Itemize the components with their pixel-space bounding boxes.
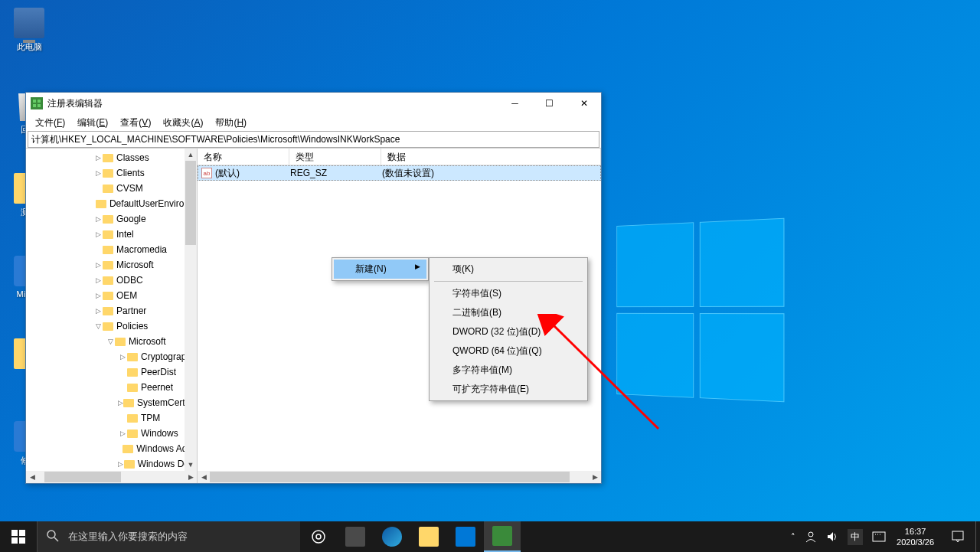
tree-item[interactable]: ▷ODBC: [26, 273, 197, 288]
minimize-button[interactable]: ─: [498, 93, 532, 114]
tree-item[interactable]: Macromedia: [26, 242, 197, 257]
tree-item[interactable]: ▷OEM: [26, 288, 197, 303]
expander-icon[interactable]: ▷: [118, 399, 123, 407]
tree-vertical-scrollbar[interactable]: ▲ ▼: [185, 149, 197, 471]
tree-item[interactable]: ▷Partner: [26, 303, 197, 318]
tray-clock[interactable]: 16:37 2020/3/26: [890, 526, 940, 547]
menu-item[interactable]: 收藏夹(A): [157, 115, 209, 131]
tree-item[interactable]: ▽Policies: [26, 318, 197, 334]
tray-chevron-up-icon[interactable]: ˄: [786, 521, 800, 552]
folder-icon: [127, 353, 138, 361]
taskbar-edge[interactable]: [374, 521, 410, 552]
expander-icon[interactable]: ▷: [118, 460, 124, 468]
search-box[interactable]: 在这里输入你要搜索的内容: [37, 521, 300, 552]
maximize-button[interactable]: ☐: [532, 93, 567, 114]
task-view-button[interactable]: [300, 521, 337, 552]
address-bar[interactable]: 计算机\HKEY_LOCAL_MACHINE\SOFTWARE\Policies…: [28, 131, 599, 148]
start-button[interactable]: [0, 521, 37, 552]
tree-horizontal-scrollbar[interactable]: ◀ ▶: [26, 471, 197, 483]
context-item-new[interactable]: 新建(N) ▶: [334, 260, 426, 279]
expander-icon[interactable]: ▷: [93, 307, 103, 315]
close-button[interactable]: ✕: [567, 93, 601, 114]
tree-item[interactable]: PeerDist: [26, 364, 197, 380]
context-item[interactable]: QWORD (64 位)值(Q): [431, 341, 586, 361]
tree-item[interactable]: ▷SystemCertifica: [26, 395, 197, 410]
tree-label: ODBC: [116, 275, 143, 286]
folder-icon: [127, 414, 138, 423]
svg-point-9: [808, 532, 813, 537]
tray-ime[interactable]: 中: [843, 521, 867, 552]
desktop-icon[interactable]: 此电脑: [6, 8, 52, 53]
tree-item[interactable]: ▽Microsoft: [26, 334, 197, 349]
tree-item[interactable]: ▷Cryptography: [26, 349, 197, 364]
expander-icon[interactable]: ▽: [93, 322, 103, 330]
svg-rect-3: [38, 104, 41, 107]
tray-keyboard-icon[interactable]: [867, 521, 890, 552]
expander-icon[interactable]: ▷: [93, 215, 103, 223]
expander-icon[interactable]: ▷: [93, 230, 103, 238]
folder-icon: [96, 200, 106, 208]
column-type[interactable]: 类型: [289, 149, 381, 165]
expander-icon[interactable]: ▷: [93, 276, 103, 284]
context-item[interactable]: 二进制值(B): [431, 303, 586, 322]
value-list[interactable]: ab(默认)REG_SZ(数值未设置): [198, 165, 601, 181]
tray-notifications-icon[interactable]: [940, 521, 975, 552]
context-item[interactable]: 多字符串值(M): [431, 361, 586, 380]
folder-icon: [124, 460, 135, 469]
tray-people-icon[interactable]: [800, 521, 822, 552]
menu-item[interactable]: 文件(F): [29, 115, 71, 131]
regedit-icon: [492, 526, 512, 546]
tree-item[interactable]: Peernet: [26, 380, 197, 395]
tree-pane: ▷Classes▷ClientsCVSMDefaultUserEnvironm▷…: [26, 149, 198, 483]
tray-volume-icon[interactable]: [822, 521, 843, 552]
tree-item[interactable]: ▷Microsoft: [26, 257, 197, 273]
show-desktop-button[interactable]: [975, 521, 980, 552]
column-name[interactable]: 名称: [198, 149, 289, 165]
tree-item[interactable]: ▷Windows Defe: [26, 456, 197, 472]
tree-item[interactable]: DefaultUserEnvironm: [26, 196, 197, 211]
folder-icon: [127, 368, 138, 377]
context-item[interactable]: 项(K): [431, 260, 586, 279]
menu-item[interactable]: 编辑(E): [71, 115, 114, 131]
list-horizontal-scrollbar[interactable]: ◀ ▶: [198, 471, 601, 483]
expander-icon[interactable]: ▷: [93, 154, 103, 162]
tree-item[interactable]: CVSM: [26, 181, 197, 196]
expander-icon[interactable]: ▷: [93, 292, 103, 299]
search-placeholder: 在这里输入你要搜索的内容: [68, 530, 188, 544]
tree-label: Partner: [116, 305, 146, 316]
tree-item[interactable]: Windows Adva: [26, 441, 197, 456]
taskbar-mail[interactable]: [447, 521, 484, 552]
expander-icon[interactable]: ▷: [118, 430, 127, 437]
expander-icon[interactable]: ▷: [93, 169, 103, 177]
folder-icon: [123, 399, 134, 407]
column-data[interactable]: 数据: [381, 149, 601, 165]
svg-rect-1: [38, 100, 41, 103]
desktop-app-icon: [14, 8, 44, 38]
list-header[interactable]: 名称 类型 数据: [198, 149, 601, 165]
value-row[interactable]: ab(默认)REG_SZ(数值未设置): [198, 165, 601, 181]
tree-label: PeerDist: [141, 367, 176, 377]
expander-icon[interactable]: ▷: [93, 261, 103, 269]
tree-item[interactable]: ▷Windows: [26, 426, 197, 441]
context-item[interactable]: DWORD (32 位)值(D): [431, 322, 586, 341]
context-item[interactable]: 字符串值(S): [431, 284, 586, 303]
tree-item[interactable]: ▷Intel: [26, 227, 197, 242]
registry-tree[interactable]: ▷Classes▷ClientsCVSMDefaultUserEnvironm▷…: [26, 149, 197, 472]
tree-item[interactable]: ▷Google: [26, 211, 197, 227]
taskbar-regedit[interactable]: [484, 521, 521, 552]
edge-icon: [382, 527, 402, 547]
expander-icon[interactable]: ▷: [118, 353, 127, 361]
desktop-icon-label: 此电脑: [6, 41, 52, 53]
menu-item[interactable]: 帮助(H): [209, 115, 253, 131]
task-view-icon: [311, 529, 326, 544]
menu-item[interactable]: 查看(V): [114, 115, 157, 131]
app-icon: [345, 527, 365, 547]
expander-icon[interactable]: ▽: [106, 338, 115, 345]
taskbar-explorer[interactable]: [410, 521, 447, 552]
context-item[interactable]: 可扩充字符串值(E): [431, 380, 586, 399]
titlebar[interactable]: 注册表编辑器 ─ ☐ ✕: [26, 93, 601, 114]
tree-item[interactable]: TPM: [26, 410, 197, 426]
taskbar-app-1[interactable]: [337, 521, 374, 552]
tree-item[interactable]: ▷Classes: [26, 150, 197, 165]
tree-item[interactable]: ▷Clients: [26, 165, 197, 181]
